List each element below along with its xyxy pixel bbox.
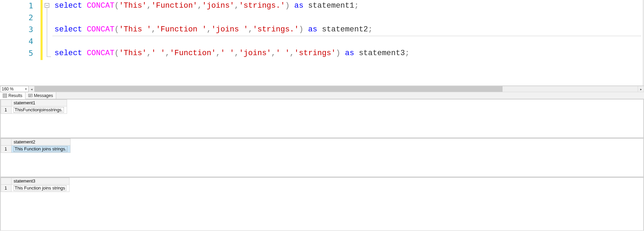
result-grid-2[interactable]: statement2 1 This Function joins strings…: [1, 139, 71, 153]
fold-toggle-icon[interactable]: −: [45, 3, 49, 8]
editor-vertical-scrollbar[interactable]: [643, 0, 644, 86]
pane-whitespace: [1, 114, 643, 138]
cell-value[interactable]: ThisFunctionjoinsstrings.: [12, 106, 67, 114]
grid-corner[interactable]: [1, 139, 12, 146]
pane-whitespace: [1, 192, 643, 230]
tab-results[interactable]: Results: [0, 92, 25, 99]
editor-footer-bar: 160 % ▾ ◂ ▸: [0, 86, 644, 92]
editor-horizontal-scrollbar[interactable]: ◂ ▸: [29, 86, 644, 92]
row-number[interactable]: 1: [1, 185, 12, 192]
fold-guide-end: [47, 57, 51, 57]
line-number-gutter: 12345: [0, 0, 40, 86]
change-marker: [41, 0, 43, 60]
line-number[interactable]: 2: [12, 13, 33, 22]
zoom-level-dropdown[interactable]: 160 % ▾: [0, 86, 29, 92]
column-header[interactable]: statement3: [12, 178, 69, 185]
code-line[interactable]: select CONCAT('This','Function','joins',…: [52, 0, 641, 12]
result-grid-1[interactable]: statement1 1 ThisFunctionjoinsstrings.: [1, 99, 67, 114]
line-number[interactable]: 3: [12, 25, 33, 34]
code-line[interactable]: select CONCAT('This ','Function ','joins…: [52, 24, 641, 36]
result-grid-3[interactable]: statement3 1 This Function joins strings: [1, 178, 69, 192]
column-header[interactable]: statement2: [12, 139, 71, 146]
grid-corner[interactable]: [1, 100, 12, 106]
code-line[interactable]: select CONCAT('This',' ','Function',' ',…: [52, 47, 641, 59]
results-tab-bar: Results Messages: [0, 92, 644, 99]
line-number[interactable]: 4: [12, 37, 33, 46]
results-container: statement1 1 ThisFunctionjoinsstrings. s…: [0, 99, 644, 231]
sql-editor[interactable]: 12345 − select CONCAT('This','Function',…: [0, 0, 644, 86]
scroll-left-button[interactable]: ◂: [29, 86, 35, 92]
chevron-down-icon: ▾: [25, 87, 27, 91]
table-row[interactable]: 1 ThisFunctionjoinsstrings.: [1, 106, 67, 114]
result-pane-1: statement1 1 ThisFunctionjoinsstrings.: [0, 99, 644, 138]
result-pane-2: statement2 1 This Function joins strings…: [0, 138, 644, 177]
table-row[interactable]: 1 This Function joins strings: [1, 185, 69, 192]
fold-guide-line: [47, 8, 47, 57]
tab-messages[interactable]: Messages: [25, 92, 56, 99]
result-pane-3: statement3 1 This Function joins strings: [0, 177, 644, 231]
code-area[interactable]: select CONCAT('This','Function','joins',…: [52, 0, 641, 86]
cell-value[interactable]: This Function joins strings.: [12, 146, 71, 153]
svg-rect-0: [3, 94, 7, 98]
row-number[interactable]: 1: [1, 106, 12, 114]
scroll-right-button[interactable]: ▸: [638, 86, 644, 92]
messages-icon: [28, 94, 32, 98]
table-row[interactable]: 1 This Function joins strings.: [1, 146, 71, 153]
column-header[interactable]: statement1: [12, 100, 67, 106]
code-line[interactable]: [52, 36, 641, 36]
line-number[interactable]: 1: [12, 1, 33, 10]
grid-icon: [3, 94, 7, 98]
grid-corner[interactable]: [1, 178, 12, 185]
zoom-level-value: 160 %: [2, 87, 14, 91]
tab-messages-label: Messages: [34, 93, 53, 98]
pane-whitespace: [1, 153, 643, 177]
scroll-thumb[interactable]: [35, 86, 503, 92]
cell-value[interactable]: This Function joins strings: [12, 185, 69, 192]
line-number[interactable]: 5: [12, 49, 33, 58]
row-number[interactable]: 1: [1, 146, 12, 153]
tab-results-label: Results: [8, 93, 22, 98]
